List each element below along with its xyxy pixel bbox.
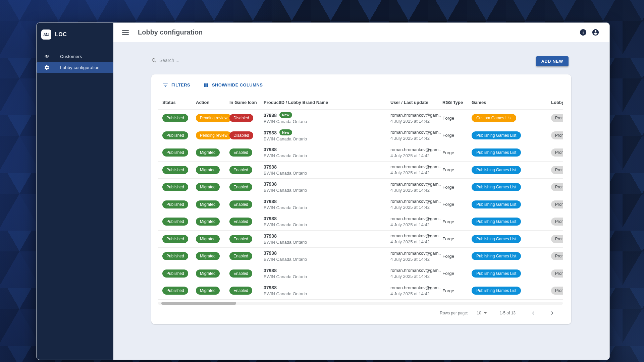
user-email: roman.hromankov@gam.. (390, 147, 442, 152)
table-row[interactable]: PublishedMigratedEnabled37938BWIN Canada… (158, 248, 563, 265)
table-row[interactable]: PublishedMigratedEnabled37938BWIN Canada… (158, 162, 563, 179)
product-id: 37938 (264, 233, 390, 239)
action-badge: Pending review (196, 114, 231, 122)
col-header-action: Action (196, 100, 229, 105)
pagination-range: 1-5 of 13 (500, 311, 516, 315)
info-icon[interactable] (579, 28, 587, 36)
user-email: roman.hromankov@gam.. (390, 164, 442, 169)
sidebar-item-lobby-configuration[interactable]: Lobby configuration (37, 62, 113, 73)
lobby-brand-name: BWIN Canada Ontario (264, 136, 390, 141)
next-page-button[interactable] (547, 308, 557, 318)
hamburger-menu-icon[interactable] (122, 29, 129, 36)
gear-icon (44, 65, 50, 70)
table-row[interactable]: PublishedPending reviewDisabled37938NewB… (158, 110, 563, 127)
previous-page-button[interactable] (528, 308, 538, 318)
action-badge: Migrated (196, 287, 220, 295)
in-game-icon-badge: Enabled (229, 235, 252, 243)
sidebar-item-customers[interactable]: Customers (37, 51, 113, 62)
games-badge: Publishing Games List (472, 252, 521, 260)
rgs-type: Forge (442, 254, 472, 259)
action-badge: Migrated (196, 252, 220, 260)
user-email: roman.hromankov@gam.. (390, 251, 442, 256)
scrollbar-thumb[interactable] (161, 302, 236, 305)
columns-label: SHOW/HIDE COLUMNS (212, 82, 263, 87)
lobby-brand-name: BWIN Canada Ontario (264, 153, 390, 158)
search-icon (151, 58, 157, 63)
last-update: 4 July 2025 at 14:42 (390, 119, 442, 124)
table-row[interactable]: PublishedPending reviewDisabled37938NewB… (158, 127, 563, 144)
table-row[interactable]: PublishedMigratedEnabled37938BWIN Canada… (158, 265, 563, 283)
chevron-right-icon (549, 310, 555, 316)
status-badge: Published (162, 269, 188, 278)
user-email: roman.hromankov@gam.. (390, 113, 442, 118)
sidebar: LOC Customers (37, 23, 113, 360)
lobby-brand-name: BWIN Canada Ontario (264, 274, 390, 279)
product-id: 37938 (264, 199, 390, 204)
product-id: 37938New (264, 129, 390, 135)
new-badge: New (279, 112, 292, 118)
lobby-table: Status Action In Game Icon ProductID / L… (158, 96, 563, 300)
status-badge: Published (162, 114, 188, 122)
col-header-productid: ProductID / Lobby Brand Name (264, 100, 390, 105)
app-window: LOC Customers (36, 22, 610, 360)
games-badge: Publishing Games List (472, 287, 521, 295)
product-id: 37938 (264, 181, 390, 187)
in-game-icon-badge: Disabled (229, 131, 253, 139)
games-badge: Publishing Games List (472, 131, 521, 139)
rows-per-page-label: Rows per page: (440, 311, 468, 315)
last-update: 4 July 2025 at 14:42 (390, 222, 442, 227)
user-email: roman.hromankov@gam.. (390, 268, 442, 273)
rgs-type: Forge (442, 167, 472, 172)
product-id: 37938New (264, 112, 390, 118)
add-new-button[interactable]: ADD NEW (536, 56, 569, 66)
account-icon[interactable] (592, 28, 599, 36)
user-email: roman.hromankov@gam.. (390, 233, 442, 238)
search-field[interactable] (151, 58, 183, 65)
table-row[interactable]: PublishedMigratedEnabled37938BWIN Canada… (158, 196, 563, 214)
lobby-badge: Prom (551, 183, 563, 191)
lobby-brand-name: BWIN Canada Ontario (264, 291, 390, 296)
status-badge: Published (162, 200, 188, 208)
lobby-brand-name: BWIN Canada Ontario (264, 240, 390, 245)
table-row[interactable]: PublishedMigratedEnabled37938BWIN Canada… (158, 144, 563, 162)
sidebar-menu: Customers Lobby configuration (37, 51, 113, 73)
search-input[interactable] (159, 58, 183, 63)
action-badge: Pending review (196, 131, 231, 139)
show-hide-columns-button[interactable]: SHOW/HIDE COLUMNS (203, 82, 263, 88)
action-badge: Migrated (196, 200, 220, 208)
table-row[interactable]: PublishedMigratedEnabled37938BWIN Canada… (158, 179, 563, 196)
rows-per-page-select[interactable]: 10 (477, 311, 487, 315)
status-badge: Published (162, 252, 188, 260)
last-update: 4 July 2025 at 14:42 (390, 274, 442, 279)
games-badge: Publishing Games List (472, 148, 521, 157)
status-badge: Published (162, 218, 188, 226)
product-id: 37938 (264, 216, 390, 221)
table-header-row: Status Action In Game Icon ProductID / L… (158, 96, 563, 110)
in-game-icon-badge: Enabled (229, 269, 252, 278)
table-row[interactable]: PublishedMigratedEnabled37938BWIN Canada… (158, 213, 563, 231)
lobby-badge: Prom (551, 287, 563, 295)
in-game-icon-badge: Enabled (229, 252, 252, 260)
lobby-brand-name: BWIN Canada Ontario (264, 222, 390, 227)
in-game-icon-badge: Enabled (229, 200, 252, 208)
pagination: Rows per page: 10 1-5 of 13 (158, 305, 571, 321)
product-id: 37938 (264, 164, 390, 170)
games-badge: Publishing Games List (472, 183, 521, 191)
last-update: 4 July 2025 at 14:42 (390, 205, 442, 210)
last-update: 4 July 2025 at 14:42 (390, 136, 442, 141)
status-badge: Published (162, 131, 188, 139)
table-body: PublishedPending reviewDisabled37938NewB… (158, 110, 563, 300)
games-badge: Publishing Games List (472, 200, 521, 208)
table-row[interactable]: PublishedMigratedEnabled37938BWIN Canada… (158, 282, 563, 300)
filters-button[interactable]: FILTERS (162, 82, 190, 88)
table-row[interactable]: PublishedMigratedEnabled37938BWIN Canada… (158, 231, 563, 248)
lobby-badge: Prom (551, 166, 563, 174)
rgs-type: Forge (442, 133, 472, 138)
status-badge: Published (162, 148, 188, 157)
rgs-type: Forge (442, 219, 472, 224)
in-game-icon-badge: Disabled (229, 114, 253, 122)
action-badge: Migrated (196, 235, 220, 243)
rows-per-page-value: 10 (477, 311, 481, 315)
user-email: roman.hromankov@gam.. (390, 216, 442, 221)
col-header-status: Status (162, 100, 196, 105)
